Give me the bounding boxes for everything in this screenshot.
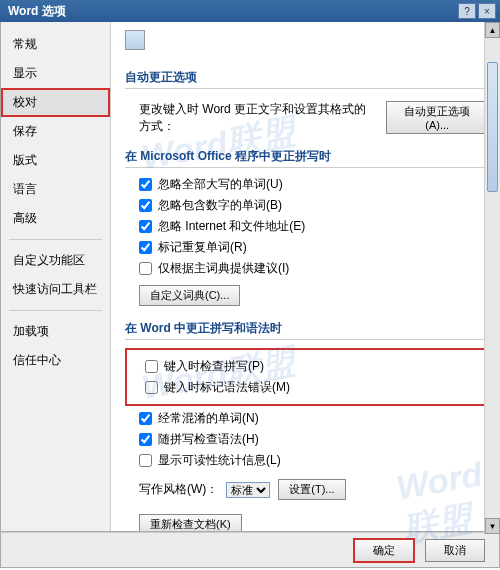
cancel-button[interactable]: 取消 <box>425 539 485 562</box>
scroll-thumb[interactable] <box>487 62 498 192</box>
sidebar-item-layout[interactable]: 版式 <box>1 146 110 175</box>
sidebar: 常规 显示 校对 保存 版式 语言 高级 自定义功能区 快速访问工具栏 加载项 … <box>1 22 111 531</box>
section-office-spell-title: 在 Microsoft Office 程序中更正拼写时 <box>125 148 489 168</box>
ok-button[interactable]: 确定 <box>353 538 415 563</box>
sidebar-item-quickaccess[interactable]: 快速访问工具栏 <box>1 275 110 304</box>
check-spellcheck-typing[interactable] <box>145 360 158 373</box>
sidebar-item-language[interactable]: 语言 <box>1 175 110 204</box>
sidebar-item-general[interactable]: 常规 <box>1 30 110 59</box>
window-title: Word 选项 <box>4 3 66 20</box>
recheck-doc-button[interactable]: 重新检查文档(K) <box>139 514 242 531</box>
check-grammar-with-spell[interactable] <box>139 433 152 446</box>
check-grammar-typing[interactable] <box>145 381 158 394</box>
check-main-dict-only[interactable] <box>139 262 152 275</box>
titlebar: Word 选项 ? × <box>0 0 500 22</box>
check-ignore-internet-label[interactable]: 忽略 Internet 和文件地址(E) <box>158 218 305 235</box>
check-grammar-typing-label[interactable]: 键入时标记语法错误(M) <box>164 379 290 396</box>
scroll-down-arrow[interactable]: ▼ <box>485 518 500 534</box>
section-word-spell-title: 在 Word 中更正拼写和语法时 <box>125 320 489 340</box>
check-readability-label[interactable]: 显示可读性统计信息(L) <box>158 452 281 469</box>
check-confused-words[interactable] <box>139 412 152 425</box>
check-repeat-words-label[interactable]: 标记重复单词(R) <box>158 239 247 256</box>
check-confused-words-label[interactable]: 经常混淆的单词(N) <box>158 410 259 427</box>
sidebar-item-customize-ribbon[interactable]: 自定义功能区 <box>1 246 110 275</box>
content-panel: 自动更正选项 更改键入时 Word 更正文字和设置其格式的方式： 自动更正选项(… <box>111 22 499 531</box>
check-main-dict-only-label[interactable]: 仅根据主词典提供建议(I) <box>158 260 289 277</box>
panel-icon <box>125 30 145 50</box>
autocorrect-desc: 更改键入时 Word 更正文字和设置其格式的方式： <box>139 101 378 135</box>
scroll-up-arrow[interactable]: ▲ <box>485 22 500 38</box>
check-ignore-uppercase-label[interactable]: 忽略全部大写的单词(U) <box>158 176 283 193</box>
check-readability[interactable] <box>139 454 152 467</box>
sidebar-item-display[interactable]: 显示 <box>1 59 110 88</box>
autocorrect-options-button[interactable]: 自动更正选项(A)... <box>386 101 489 134</box>
custom-dict-button[interactable]: 自定义词典(C)... <box>139 285 240 306</box>
check-grammar-with-spell-label[interactable]: 随拼写检查语法(H) <box>158 431 259 448</box>
settings-button[interactable]: 设置(T)... <box>278 479 345 500</box>
section-autocorrect-title: 自动更正选项 <box>125 69 489 89</box>
writing-style-select[interactable]: 标准 <box>226 482 270 498</box>
check-ignore-numbers[interactable] <box>139 199 152 212</box>
sidebar-item-trust[interactable]: 信任中心 <box>1 346 110 375</box>
sidebar-item-advanced[interactable]: 高级 <box>1 204 110 233</box>
sidebar-item-addins[interactable]: 加载项 <box>1 317 110 346</box>
highlighted-checks: 键入时检查拼写(P) 键入时标记语法错误(M) <box>125 348 489 406</box>
close-button[interactable]: × <box>478 3 496 19</box>
footer: 确定 取消 <box>0 532 500 568</box>
sidebar-separator <box>9 310 102 311</box>
sidebar-item-proofing[interactable]: 校对 <box>1 88 110 117</box>
check-repeat-words[interactable] <box>139 241 152 254</box>
writing-style-label: 写作风格(W)： <box>139 481 218 498</box>
help-button[interactable]: ? <box>458 3 476 19</box>
sidebar-separator <box>9 239 102 240</box>
check-ignore-internet[interactable] <box>139 220 152 233</box>
check-spellcheck-typing-label[interactable]: 键入时检查拼写(P) <box>164 358 264 375</box>
check-ignore-uppercase[interactable] <box>139 178 152 191</box>
window-controls: ? × <box>458 3 496 19</box>
sidebar-item-save[interactable]: 保存 <box>1 117 110 146</box>
scrollbar[interactable]: ▲ ▼ <box>484 22 500 534</box>
check-ignore-numbers-label[interactable]: 忽略包含数字的单词(B) <box>158 197 282 214</box>
